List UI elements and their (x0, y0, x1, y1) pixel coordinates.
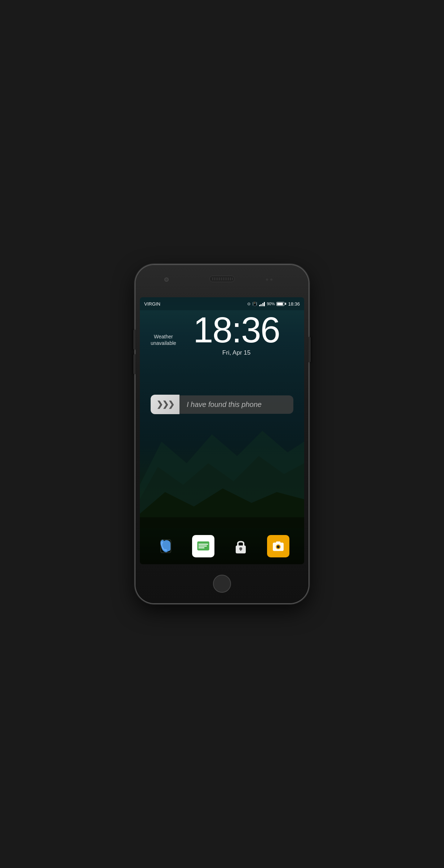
phone-dock-icon[interactable] (155, 535, 177, 557)
messages-dock-icon[interactable] (192, 535, 214, 557)
bottom-dock (140, 528, 304, 564)
camera-icon (271, 539, 285, 553)
svg-point-14 (279, 546, 279, 547)
messages-icon (196, 539, 210, 553)
clock-area: Weatherunavailable 18:36 Fri, Apr 15 (140, 312, 304, 356)
front-camera (164, 277, 169, 282)
signal-bar-3 (262, 303, 263, 306)
lock-dock-icon[interactable] (230, 535, 252, 557)
volume-down-button[interactable] (133, 354, 136, 374)
screen[interactable]: VIRGIN ⊙ 📳 90% (140, 297, 304, 564)
power-button[interactable] (308, 337, 311, 362)
speaker (209, 276, 235, 282)
signal-icon (259, 301, 265, 306)
weather-label: Weatherunavailable (151, 333, 176, 346)
bottom-bezel (136, 564, 308, 603)
dnd-icon: ⊙ (247, 302, 250, 306)
phone-device: VIRGIN ⊙ 📳 90% (136, 265, 308, 603)
svg-rect-3 (140, 517, 304, 528)
arrows-badge: ❯❯❯ (151, 395, 179, 414)
date-display: Fri, Apr 15 (222, 349, 250, 356)
found-phone-button[interactable]: ❯❯❯ I have found this phone (151, 395, 293, 414)
lock-icon (232, 538, 249, 555)
carrier-label: VIRGIN (144, 301, 160, 307)
volume-up-button[interactable] (133, 330, 136, 350)
top-bezel (136, 265, 308, 297)
arrows-icon: ❯❯❯ (156, 400, 174, 409)
battery-icon (276, 302, 286, 306)
sensor-dot-2 (270, 279, 272, 281)
vibrate-icon: 📳 (252, 302, 257, 306)
status-bar: VIRGIN ⊙ 📳 90% (140, 297, 304, 310)
status-icons: ⊙ 📳 90% (247, 301, 300, 307)
sensor-dot-1 (266, 279, 268, 281)
signal-bar-2 (261, 304, 262, 306)
svg-rect-5 (199, 544, 208, 545)
status-time: 18:36 (288, 301, 300, 307)
status-carrier: VIRGIN (144, 301, 160, 307)
sensors (266, 279, 272, 281)
battery-percent-label: 90% (267, 302, 275, 306)
phone-icon (157, 538, 174, 555)
signal-bar-1 (259, 305, 260, 306)
camera-dock-icon[interactable] (267, 535, 289, 557)
home-button[interactable] (213, 575, 231, 593)
time-display: 18:36 (193, 312, 280, 348)
found-phone-label: I have found this phone (179, 395, 293, 414)
svg-rect-7 (199, 547, 205, 548)
svg-rect-10 (240, 549, 241, 551)
signal-bar-4 (264, 302, 265, 306)
svg-rect-6 (199, 545, 207, 547)
